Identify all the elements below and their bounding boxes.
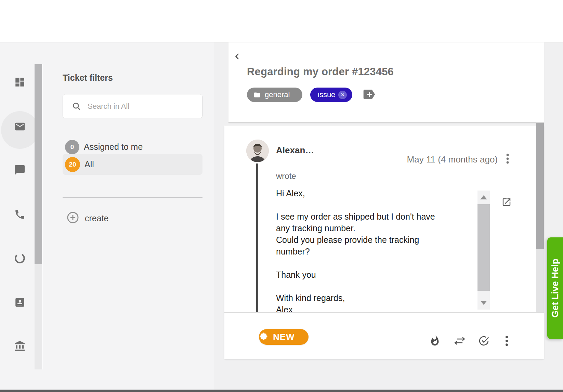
tag-general[interactable]: general [247,88,302,102]
kebab-icon [505,342,508,348]
add-tag-icon [363,95,377,101]
message-body: Hi Alex, I see my order as shipped but I… [276,187,461,312]
scroll-up-arrow-icon[interactable] [480,195,487,199]
sender-avatar [246,140,269,162]
top-bar [0,0,563,42]
open-in-new-icon [501,202,512,208]
scroll-down-arrow-icon[interactable] [480,301,487,305]
filters-title: Ticket filters [63,73,113,83]
message-line: any tracking number. [276,222,461,234]
tag-label: general [265,90,290,99]
sender-action: wrote [276,171,296,181]
sidebar-item-calls[interactable] [14,209,26,220]
ticket-title: Regarding my order #123456 [247,66,394,78]
sidebar-scrollbar-thumb[interactable] [35,64,42,264]
sidebar-item-dashboard[interactable] [14,76,26,88]
phone-icon [14,215,26,221]
flame-icon [429,342,441,348]
pane-scrollbar-thumb[interactable] [536,123,544,249]
back-button[interactable] [233,52,243,62]
sidebar-item-contacts[interactable] [14,297,26,308]
bank-icon [14,347,26,353]
message-line [276,199,461,211]
folder-icon [253,91,261,99]
kebab-icon [506,159,509,165]
urgency-button[interactable] [429,335,441,347]
message-menu-button[interactable] [503,153,512,165]
app-root: To solve 20 A Ticket filters [0,0,563,392]
add-tag-button[interactable] [363,89,377,100]
sidebar-scrollbar[interactable] [35,64,43,369]
filter-count-badge: 20 [65,157,80,172]
create-label: create [85,213,108,223]
thread-line [256,164,258,312]
ticket-header-card [228,42,544,123]
message-line: With kind regards, [276,292,461,304]
contact-card-icon [14,303,26,309]
get-live-help-label: Get Live Help [550,259,561,318]
filters-divider [63,197,202,198]
filter-all[interactable]: 20 All [63,154,202,175]
seal-badge-icon [259,332,268,342]
dashboard-icon [14,83,26,89]
filter-label: Assigned to me [84,142,143,152]
sender-name[interactable]: Alexan… [276,145,314,156]
create-filter-button[interactable]: create [66,211,135,225]
message-line [276,257,461,269]
message-line: Alex [276,304,461,312]
check-circle-icon [478,342,489,348]
mail-icon [14,128,26,133]
remove-tag-icon[interactable]: ✕ [338,91,347,99]
message-line: Could you please provide the tracking [276,234,461,246]
sidebar-item-automation[interactable] [14,252,26,264]
message-scrollbar-thumb[interactable] [477,204,490,291]
message-line: I see my order as shipped but I don't ha… [276,211,461,222]
loader-circle-icon [14,259,26,265]
message-date: May 11 (4 months ago) [388,154,498,165]
resolve-button[interactable] [478,335,490,347]
tag-label: issue [318,90,335,99]
message-line [276,280,461,292]
chat-icon [14,171,26,177]
transfer-button[interactable] [453,335,465,347]
search-icon [72,102,81,111]
pane-scrollbar[interactable] [536,123,544,312]
sidebar-item-company[interactable] [14,340,26,352]
sidebar-item-chats[interactable] [14,164,26,176]
message-line: Thank you [276,269,461,280]
status-new-button[interactable]: NEW [259,329,309,345]
search-box [63,94,202,118]
window-bottom-edge [0,390,563,392]
filter-label: All [84,159,94,169]
chevron-left-icon [233,56,242,62]
toolbar-divider [224,312,544,313]
message-line: Hi Alex, [276,187,461,199]
swap-arrows-icon [453,342,466,348]
open-message-button[interactable] [501,197,512,207]
message-line: number? [276,246,461,257]
get-live-help-tab[interactable]: Get Live Help [547,237,563,339]
search-input[interactable] [87,102,191,111]
message-scrollbar[interactable] [477,191,490,310]
add-circle-icon [66,211,79,225]
tag-issue[interactable]: issue ✕ [310,88,352,102]
more-actions-button[interactable] [505,335,512,347]
filter-count-badge: 0 [65,140,79,154]
sidebar-item-tickets[interactable] [14,121,26,132]
status-new-label: NEW [273,332,295,342]
